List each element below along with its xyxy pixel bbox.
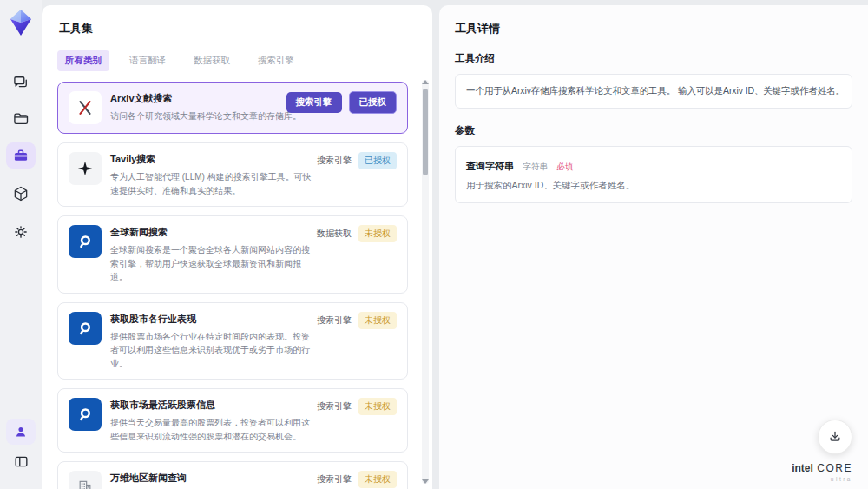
tool-description: 全球新闻搜索是一个聚合全球各大新闻网站内容的搜索引擎，帮助用户快速获取全球最新资…: [110, 243, 317, 284]
tool-card-tavily[interactable]: Tavily搜索 专为人工智能代理 (LLM) 构建的搜索引擎工具。可快速提供实…: [57, 142, 408, 207]
core-wordmark: core: [817, 462, 852, 474]
auth-status-badge: 已授权: [358, 152, 397, 169]
tab-all-categories[interactable]: 所有类别: [57, 50, 109, 71]
blue-q-logo-icon: [69, 398, 102, 431]
category-badge: 数据获取: [317, 228, 352, 240]
tool-card-sector-performance[interactable]: 获取股市各行业表现 提供股票市场各个行业在特定时间段内的表现。投资者可以利用这些…: [57, 302, 408, 380]
category-badge: 搜索引擎: [317, 155, 352, 167]
app-logo-icon[interactable]: [6, 7, 36, 38]
app-rail: [0, 0, 42, 489]
tavily-star-icon: [69, 152, 102, 185]
folder-icon[interactable]: [6, 106, 36, 132]
tool-list: Arxiv文献搜索 访问各个研究领域大量科学论文和文章的存储库。 搜索引擎 已授…: [57, 82, 408, 489]
auth-status-badge: 未授权: [358, 225, 397, 242]
building-icon: [69, 471, 102, 489]
tool-card-most-active-stocks[interactable]: 获取市场最活跃股票信息 提供当天交易量最高的股票列表，投资者可以利用这些信息来识…: [57, 388, 408, 453]
category-badge: 搜索引擎: [317, 400, 352, 413]
tool-description: 提供当天交易量最高的股票列表，投资者可以利用这些信息来识别流动性强的股票和潜在的…: [110, 416, 317, 443]
tool-card-regional-news[interactable]: 万维地区新闻查询 查询具体行政区划内的新闻，快速了解各地新闻动态。 搜索引擎 未…: [57, 461, 408, 489]
arxiv-logo-icon: [69, 91, 102, 124]
download-button[interactable]: [818, 420, 852, 454]
ultra-wordmark: ultra: [792, 476, 852, 482]
tool-card-arxiv[interactable]: Arxiv文献搜索 访问各个研究领域大量科学论文和文章的存储库。 搜索引擎 已授…: [57, 82, 408, 134]
param-name: 查询字符串: [466, 161, 514, 171]
blue-q-logo-icon: [69, 312, 102, 345]
param-description: 用于搜索的Arxiv ID、关键字或作者姓名。: [466, 180, 841, 192]
category-badge: 搜索引擎: [286, 92, 342, 113]
intel-core-logo: intel core ultra: [792, 459, 852, 482]
auth-status-badge: 未授权: [358, 312, 397, 329]
details-title: 工具详情: [455, 21, 852, 36]
category-tabs: 所有类别 语言翻译 数据获取 搜索引擎: [57, 50, 420, 71]
scroll-up-arrow-icon[interactable]: [422, 80, 429, 84]
cube-icon[interactable]: [6, 181, 36, 207]
settings-icon[interactable]: [6, 219, 36, 245]
param-required-badge: 必填: [556, 162, 573, 171]
page-title: 工具集: [59, 21, 420, 36]
auth-status-badge: 未授权: [358, 398, 397, 415]
tools-panel: 工具集 所有类别 语言翻译 数据获取 搜索引擎 Arxiv文献搜索 访问各个研究…: [42, 5, 432, 489]
intro-text: 一个用于从Arxiv存储库搜索科学论文和文章的工具。 输入可以是Arxiv ID…: [466, 85, 841, 97]
auth-status-badge: 未授权: [358, 471, 397, 488]
scrollbar-thumb[interactable]: [423, 89, 428, 175]
tab-search-engine[interactable]: 搜索引擎: [250, 50, 302, 71]
category-badge: 搜索引擎: [317, 314, 352, 327]
panel-toggle-icon[interactable]: [6, 448, 36, 474]
params-heading: 参数: [455, 124, 852, 137]
tab-language-translation[interactable]: 语言翻译: [122, 50, 174, 71]
category-badge: 搜索引擎: [317, 473, 352, 486]
toolbox-icon[interactable]: [6, 142, 36, 169]
scroll-down-arrow-icon[interactable]: [422, 479, 429, 484]
param-box: 查询字符串 字符串 必填 用于搜索的Arxiv ID、关键字或作者姓名。: [455, 146, 852, 203]
tool-description: 提供股票市场各个行业在特定时间段内的表现。投资者可以利用这些信息来识别表现优于或…: [110, 330, 317, 371]
blue-q-logo-icon: [69, 225, 102, 258]
intel-wordmark: intel: [792, 462, 813, 474]
intro-box: 一个用于从Arxiv存储库搜索科学论文和文章的工具。 输入可以是Arxiv ID…: [455, 74, 852, 109]
list-scrollbar[interactable]: [422, 80, 429, 484]
tool-details-panel: 工具详情 工具介绍 一个用于从Arxiv存储库搜索科学论文和文章的工具。 输入可…: [439, 5, 868, 489]
user-icon[interactable]: [6, 419, 36, 445]
tool-card-global-news[interactable]: 全球新闻搜索 全球新闻搜索是一个聚合全球各大新闻网站内容的搜索引擎，帮助用户快速…: [57, 215, 408, 294]
tool-description: 专为人工智能代理 (LLM) 构建的搜索引擎工具。可快速提供实时、准确和真实的结…: [110, 170, 317, 197]
intro-heading: 工具介绍: [455, 52, 852, 65]
auth-status-badge: 已授权: [349, 91, 398, 114]
param-header: 查询字符串 字符串 必填: [466, 157, 841, 173]
chat-icon[interactable]: [6, 69, 36, 96]
tab-data-fetch[interactable]: 数据获取: [186, 50, 238, 71]
param-type: 字符串: [523, 162, 548, 171]
